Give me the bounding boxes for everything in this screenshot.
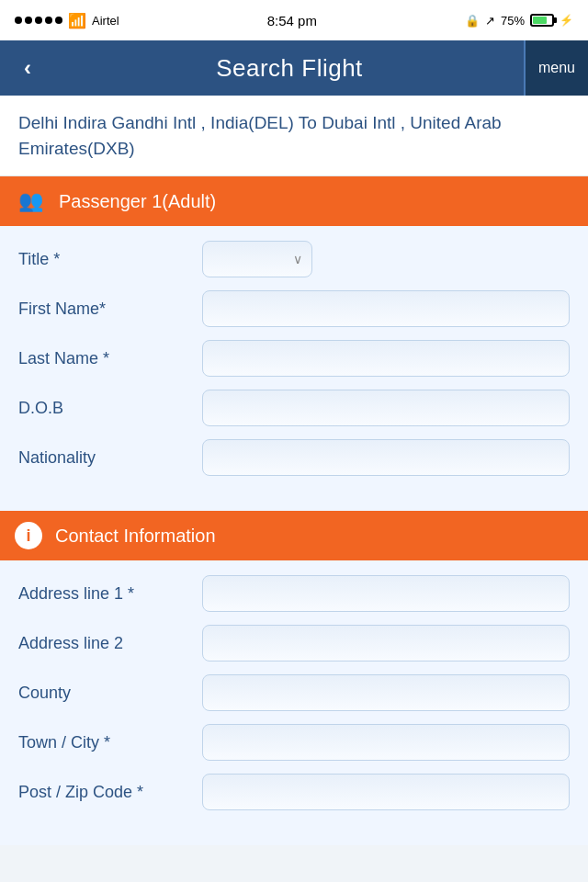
wifi-icon: 📶: [68, 12, 86, 29]
signal-dots: [15, 17, 62, 24]
app-header: ‹ Search Flight menu: [0, 40, 588, 96]
county-input[interactable]: [202, 674, 570, 711]
title-label: Title *: [18, 250, 202, 269]
location-icon: ↗: [485, 14, 495, 28]
dob-row: D.O.B: [18, 390, 570, 426]
first-name-required-star: *: [99, 300, 106, 318]
back-button[interactable]: ‹: [0, 40, 55, 96]
postcode-required-star: *: [137, 783, 143, 801]
title-dropdown[interactable]: ∨: [202, 241, 312, 277]
dob-input[interactable]: [202, 390, 570, 426]
passenger-form: Title * ∨ First Name* Last Name * D.O.B …: [0, 226, 588, 511]
last-name-row: Last Name *: [18, 340, 570, 377]
postcode-row: Post / Zip Code *: [18, 774, 570, 810]
town-required-star: *: [104, 733, 110, 752]
address1-label: Address line 1 *: [18, 584, 202, 604]
last-name-required-star: *: [103, 349, 109, 368]
first-name-label: First Name*: [18, 300, 202, 319]
address1-required-star: *: [128, 584, 134, 603]
last-name-input[interactable]: [202, 340, 570, 377]
first-name-input[interactable]: [202, 290, 570, 327]
county-row: County: [18, 674, 570, 711]
address2-input[interactable]: [202, 625, 570, 662]
status-left: 📶 Airtel: [15, 12, 119, 29]
title-required-star: *: [53, 250, 60, 268]
postcode-input[interactable]: [202, 774, 570, 810]
people-icon: 👥: [18, 189, 43, 213]
route-text: Delhi Indira Gandhi Intl , India(DEL) To…: [18, 110, 570, 161]
town-input[interactable]: [202, 724, 570, 761]
contact-section-header: i Contact Information: [0, 511, 588, 560]
carrier-label: Airtel: [92, 14, 119, 28]
route-info: Delhi Indira Gandhi Intl , India(DEL) To…: [0, 96, 588, 176]
address2-row: Address line 2: [18, 625, 570, 662]
passenger-section-header: 👥 Passenger 1(Adult): [0, 176, 588, 226]
address2-label: Address line 2: [18, 634, 202, 653]
status-time: 8:54 pm: [267, 13, 317, 28]
last-name-label: Last Name *: [18, 349, 202, 368]
address1-input[interactable]: [202, 575, 570, 612]
first-name-row: First Name*: [18, 290, 570, 327]
info-icon: i: [15, 522, 42, 549]
page-title: Search Flight: [216, 54, 363, 83]
passenger-icon: 👥: [15, 186, 46, 217]
town-row: Town / City *: [18, 724, 570, 761]
nationality-label: Nationality: [18, 448, 202, 468]
info-symbol: i: [26, 526, 30, 546]
battery-percent: 75%: [501, 14, 525, 28]
lock-icon: 🔒: [465, 14, 480, 28]
status-bar: 📶 Airtel 8:54 pm 🔒 ↗ 75% ⚡: [0, 0, 588, 40]
back-arrow-icon: ‹: [24, 55, 31, 81]
status-right: 🔒 ↗ 75% ⚡: [465, 14, 573, 28]
contact-section-title: Contact Information: [55, 526, 216, 547]
nationality-row: Nationality: [18, 439, 570, 476]
nationality-input[interactable]: [202, 439, 570, 476]
town-label: Town / City *: [18, 733, 202, 752]
address1-row: Address line 1 *: [18, 575, 570, 612]
postcode-label: Post / Zip Code *: [18, 783, 202, 802]
contact-form: Address line 1 * Address line 2 County T…: [0, 560, 588, 845]
menu-button[interactable]: menu: [524, 40, 588, 96]
dob-label: D.O.B: [18, 399, 202, 418]
title-row: Title * ∨: [18, 241, 570, 277]
charging-icon: ⚡: [560, 14, 573, 27]
battery-icon: [530, 14, 554, 27]
chevron-down-icon: ∨: [293, 252, 302, 266]
passenger-section-title: Passenger 1(Adult): [59, 191, 216, 212]
menu-label: menu: [538, 60, 575, 76]
county-label: County: [18, 684, 202, 703]
